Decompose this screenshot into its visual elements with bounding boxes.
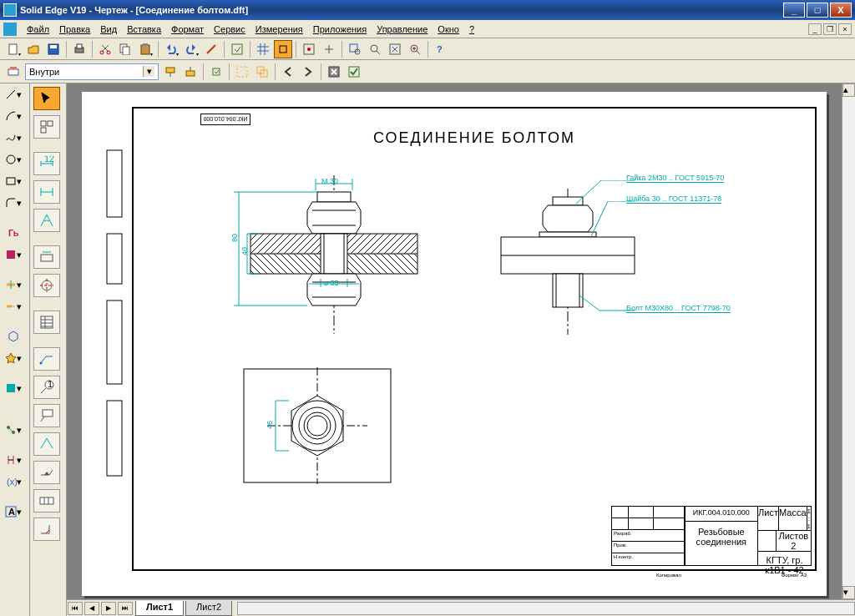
sheet-tab-2[interactable]: Лист2	[185, 601, 232, 616]
menu-file[interactable]: Файл	[22, 23, 54, 36]
sketch-icon[interactable]	[202, 40, 220, 58]
maximize-button[interactable]: □	[807, 3, 828, 18]
redo-button[interactable]: ▾	[182, 40, 200, 58]
cut-button[interactable]	[96, 40, 114, 58]
fill-tool[interactable]: ▾	[2, 245, 25, 264]
menu-manage[interactable]: Управление	[372, 23, 433, 36]
menu-measure[interactable]: Измерения	[250, 23, 308, 36]
callout-button[interactable]	[33, 404, 60, 427]
close-button[interactable]: X	[830, 3, 852, 18]
grid-button[interactable]	[254, 40, 272, 58]
menu-apps[interactable]: Приложения	[308, 23, 372, 36]
pan-button[interactable]	[406, 40, 424, 58]
clear-button[interactable]	[325, 63, 343, 81]
principal-view-button[interactable]	[33, 115, 60, 139]
draw-palette: ▾ ▾ ▾ ▾ ▾ ▾ Гь ▾ ▾ ▾ ▾ ▾ ▾ ▾ (x)▾ A▾	[0, 83, 30, 616]
balloon-button[interactable]: 1	[33, 376, 60, 399]
line-tool[interactable]: ▾	[2, 85, 25, 104]
retrieve-dims-button[interactable]	[33, 245, 60, 269]
menu-window[interactable]: Окно	[433, 23, 464, 36]
open-button[interactable]	[24, 40, 43, 58]
menu-service[interactable]: Сервис	[209, 23, 250, 36]
relations-button[interactable]	[320, 40, 338, 58]
svg-rect-61	[321, 234, 347, 274]
arc-tool[interactable]: ▾	[2, 107, 25, 125]
horizontal-scrollbar[interactable]	[237, 602, 855, 615]
glossary-icon[interactable]: Гь	[2, 224, 25, 242]
surface-texture-button[interactable]	[33, 432, 60, 456]
trim-tool[interactable]: ▾	[2, 275, 25, 294]
svg-rect-24	[213, 68, 220, 75]
mdi-restore-button[interactable]: ❐	[823, 23, 837, 35]
zoom-fit-button[interactable]	[386, 40, 404, 58]
save-button[interactable]	[44, 40, 63, 58]
select-options-button[interactable]	[4, 63, 23, 81]
extend-tool[interactable]: ▾	[2, 297, 25, 316]
mdi-close-button[interactable]: ×	[838, 23, 852, 35]
minimize-button[interactable]: _	[783, 3, 805, 18]
menu-insert[interactable]: Вставка	[122, 23, 166, 36]
new-button[interactable]: ▾	[4, 40, 23, 58]
text-tool[interactable]: A▾	[2, 502, 25, 521]
variable-tool[interactable]: (x)▾	[2, 472, 25, 491]
smartdim-button[interactable]: 12	[33, 152, 60, 175]
paste-button[interactable]: ▾	[136, 40, 154, 58]
copy-button[interactable]	[116, 40, 134, 58]
menu-help[interactable]: ?	[464, 23, 479, 36]
update-view-button[interactable]	[228, 40, 246, 58]
distance-dim-button[interactable]	[33, 180, 60, 204]
snap-button[interactable]	[274, 40, 292, 58]
zoom-area-button[interactable]	[346, 40, 364, 58]
tab-last-button[interactable]: ⏭	[118, 602, 133, 615]
undo-button[interactable]: ▾	[162, 40, 180, 58]
sheet-tab-1[interactable]: Лист1	[135, 601, 184, 616]
zoom-button[interactable]	[366, 40, 384, 58]
partslist-button[interactable]	[33, 311, 60, 334]
scroll-down-button[interactable]: ▾	[842, 586, 855, 599]
fence-overlap-button[interactable]	[253, 63, 271, 81]
mdi-minimize-button[interactable]: _	[808, 23, 822, 35]
tab-prev-button[interactable]: ◀	[84, 602, 99, 615]
curve-tool[interactable]: ▾	[2, 129, 25, 147]
svg-rect-23	[186, 71, 195, 76]
edge-condition-button[interactable]	[33, 518, 60, 541]
menu-edit[interactable]: Правка	[54, 23, 95, 36]
selection-scope-dropdown[interactable]: Внутри ▾	[25, 63, 159, 80]
rectangle-tool[interactable]: ▾	[2, 172, 25, 190]
vertical-scrollbar[interactable]: ▴ ▾	[842, 83, 855, 599]
symbol-button[interactable]: ▾	[2, 349, 25, 367]
accept-button[interactable]	[345, 63, 363, 81]
circle-tool[interactable]: ▾	[2, 150, 25, 169]
leader-button[interactable]	[33, 347, 60, 371]
intellisketch-button[interactable]	[300, 40, 318, 58]
svg-rect-8	[123, 47, 129, 55]
prev-button[interactable]	[279, 63, 297, 81]
next-button[interactable]	[299, 63, 317, 81]
constraint-tool[interactable]: ▾	[2, 451, 25, 469]
help-button[interactable]: ?	[432, 40, 450, 58]
select-tool[interactable]	[33, 87, 60, 110]
svg-rect-15	[350, 44, 357, 52]
activate-part-button[interactable]	[207, 63, 225, 81]
menu-view[interactable]: Вид	[95, 23, 122, 36]
bottomup-button[interactable]	[181, 63, 200, 81]
centerline-button[interactable]	[33, 274, 60, 297]
connect-tool[interactable]: ▾	[2, 421, 25, 439]
dim-m30: М 30	[321, 177, 338, 185]
print-button[interactable]	[70, 40, 89, 58]
fillet-tool[interactable]: ▾	[2, 194, 25, 212]
menu-format[interactable]: Формат	[166, 23, 209, 36]
tab-next-button[interactable]: ▶	[101, 602, 116, 615]
feature-control-button[interactable]	[33, 489, 60, 512]
tab-first-button[interactable]: ⏮	[68, 602, 83, 615]
view-wizard-button[interactable]	[2, 327, 25, 346]
binding-marks	[90, 142, 127, 492]
drawing-canvas[interactable]: ИКГ.004.010.000 СОЕДИНЕНИЕ БОЛТОМ	[67, 83, 842, 599]
weld-symbol-button[interactable]	[33, 461, 60, 484]
topdown-button[interactable]	[161, 63, 180, 81]
scroll-up-button[interactable]: ▴	[842, 83, 855, 97]
leader-bolt	[579, 295, 635, 312]
angle-dim-button[interactable]	[33, 209, 60, 232]
block-tool[interactable]: ▾	[2, 379, 25, 397]
fence-inside-button[interactable]	[233, 63, 251, 81]
